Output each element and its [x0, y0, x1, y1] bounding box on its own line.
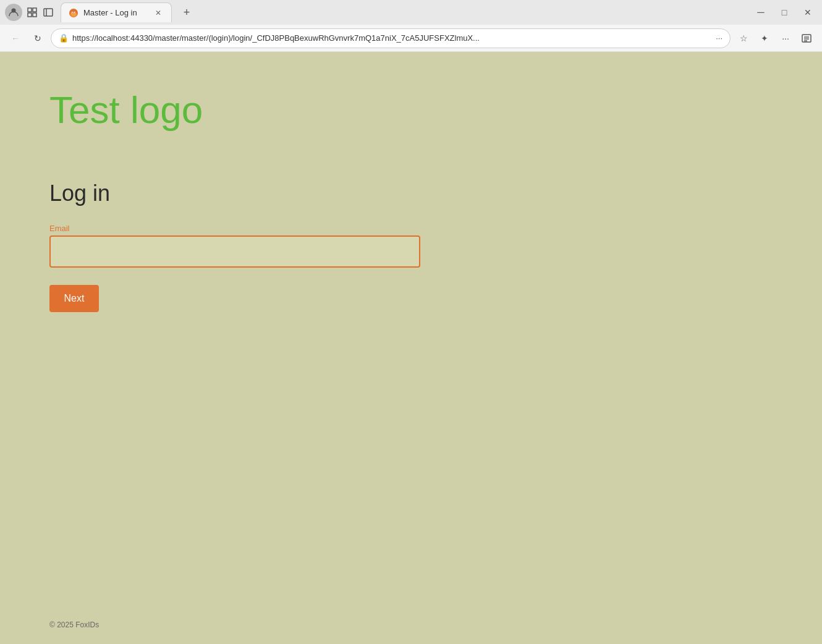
- tab-favicon: [69, 8, 78, 18]
- close-button[interactable]: ✕: [799, 3, 817, 22]
- login-title: Log in: [49, 180, 773, 206]
- address-bar[interactable]: 🔒 https://localhost:44330/master/master/…: [51, 28, 731, 48]
- svg-rect-3: [28, 13, 32, 17]
- navigation-toolbar: ← ↻ 🔒 https://localhost:44330/master/mas…: [0, 25, 822, 52]
- collections-button[interactable]: ✦: [755, 29, 774, 48]
- star-button[interactable]: ☆: [734, 29, 753, 48]
- svg-point-12: [75, 12, 75, 12]
- back-button[interactable]: ←: [6, 29, 25, 48]
- minimize-button[interactable]: ─: [752, 3, 770, 22]
- email-field-group: Email: [49, 224, 773, 268]
- page-content: Test logo Log in Email Next © 2025 FoxID…: [0, 52, 822, 644]
- browser-frame: Master - Log in ✕ + ─ □ ✕ ← ↻ 🔒 https://…: [0, 0, 822, 644]
- svg-rect-4: [33, 13, 36, 17]
- reading-view-button[interactable]: [797, 29, 816, 48]
- login-section: Log in Email Next: [49, 180, 773, 312]
- active-tab[interactable]: Master - Log in ✕: [61, 2, 172, 22]
- title-bar: Master - Log in ✕ + ─ □ ✕: [0, 0, 822, 25]
- email-label: Email: [49, 224, 773, 233]
- profile-icon[interactable]: [5, 4, 22, 21]
- svg-rect-1: [28, 8, 32, 12]
- ellipsis-icon[interactable]: ···: [716, 33, 722, 43]
- svg-point-8: [70, 12, 77, 17]
- maximize-button[interactable]: □: [775, 3, 794, 22]
- next-button[interactable]: Next: [49, 285, 99, 312]
- tab-title: Master - Log in: [83, 8, 148, 17]
- svg-point-11: [72, 12, 73, 12]
- title-bar-controls: [5, 4, 54, 21]
- logo-text: Test logo: [49, 89, 773, 131]
- lock-icon: 🔒: [59, 33, 69, 43]
- email-input[interactable]: [49, 235, 420, 268]
- more-button[interactable]: ···: [776, 29, 795, 48]
- svg-rect-5: [44, 9, 53, 16]
- url-text: https://localhost:44330/master/master/(l…: [72, 33, 712, 43]
- layers-icon[interactable]: [26, 6, 38, 19]
- footer-text: © 2025 FoxIDs: [49, 621, 99, 629]
- svg-rect-2: [33, 8, 36, 12]
- toolbar-right-buttons: ☆ ✦ ···: [734, 29, 816, 48]
- reload-button[interactable]: ↻: [28, 29, 47, 48]
- tab-close-button[interactable]: ✕: [153, 7, 164, 19]
- sidebar-toggle-icon[interactable]: [42, 6, 54, 19]
- new-tab-button[interactable]: +: [178, 4, 195, 21]
